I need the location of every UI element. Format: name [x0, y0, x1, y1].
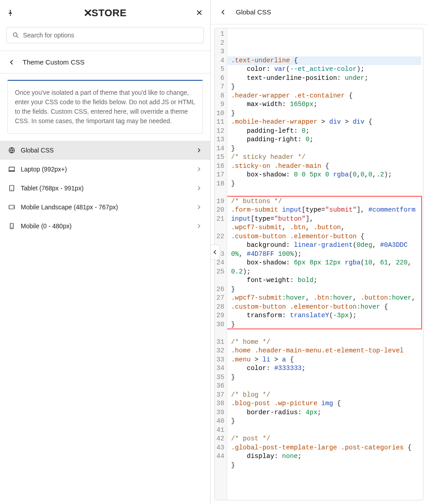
code-area[interactable]: .text-underline { color: var(--et_active…: [227, 28, 423, 500]
code-line[interactable]: }: [231, 373, 421, 382]
code-line[interactable]: color: var(--et_active-color);: [231, 65, 421, 74]
code-line[interactable]: /* blog */: [231, 391, 421, 400]
gutter-line: 16: [216, 162, 224, 171]
code-line[interactable]: color: #333333;: [231, 364, 421, 373]
device-icon: [8, 203, 15, 211]
code-line[interactable]: .text-underline {: [227, 56, 421, 65]
code-line[interactable]: [231, 426, 421, 435]
gutter-line: 29: [216, 311, 224, 320]
code-line[interactable]: /* sticky header */: [231, 153, 421, 162]
code-line[interactable]: border-radius: 4px;: [231, 408, 421, 417]
code-line[interactable]: /* home */: [231, 338, 421, 347]
code-line[interactable]: [231, 188, 421, 197]
code-line[interactable]: [231, 382, 421, 391]
gutter-line: 15: [216, 153, 224, 162]
sidebar-item-3[interactable]: Mobile Landscape (481px - 767px): [0, 198, 210, 217]
close-icon[interactable]: [196, 9, 204, 17]
logo-text: STORE: [92, 7, 127, 19]
code-line[interactable]: .sticky-on .header-main {: [231, 162, 421, 171]
chevron-right-icon: [196, 147, 202, 153]
gutter-line: 21: [216, 215, 224, 232]
sidebar-item-2[interactable]: Tablet (768px - 991px): [0, 179, 210, 198]
sidebar-item-1[interactable]: Laptop (992px+): [0, 160, 210, 179]
gutter-line: 39: [216, 408, 224, 417]
gutter-line: 36: [216, 382, 224, 391]
code-gutter: 1234567891011121314151617181920212223242…: [215, 28, 227, 500]
code-line[interactable]: .wpcf7-submit, .btn, .button,: [231, 223, 421, 232]
code-line[interactable]: .header-wrapper .et-container {: [231, 92, 421, 101]
code-line[interactable]: box-shadow: 0 0 5px 0 rgba(0,0,0,.2);: [231, 171, 421, 180]
code-line[interactable]: }: [231, 285, 421, 294]
gutter-line: 28: [216, 303, 224, 312]
gutter-line: 30: [216, 320, 224, 338]
code-line[interactable]: .blog-post .wp-picture img {: [231, 399, 421, 408]
gutter-line: 10: [216, 109, 224, 118]
code-line[interactable]: font-weight: bold;: [231, 276, 421, 285]
device-icon: [8, 185, 15, 192]
code-line[interactable]: [231, 479, 421, 488]
gutter-line: 18: [216, 180, 224, 197]
code-line[interactable]: padding-left: 0;: [231, 127, 421, 136]
code-line[interactable]: .global-post-template-large .post-catego…: [231, 444, 421, 453]
code-line[interactable]: }: [231, 417, 421, 426]
editor-header: Global CSS: [211, 0, 427, 24]
search-input[interactable]: [23, 32, 198, 39]
code-line[interactable]: max-width: 1650px;: [231, 100, 421, 109]
gutter-line: 14: [216, 144, 224, 153]
gutter-line: 24: [216, 259, 224, 268]
search-icon: [12, 32, 19, 39]
device-icon: [8, 222, 15, 230]
sidebar-item-4[interactable]: Mobile (0 - 480px): [0, 217, 210, 236]
sidebar-item-label: Global CSS: [21, 147, 54, 154]
back-chevron-icon[interactable]: [8, 59, 15, 66]
panel-collapse-handle[interactable]: [210, 245, 220, 260]
editor-back-chevron-icon[interactable]: [220, 9, 227, 16]
gutter-line: 34: [216, 364, 224, 373]
code-line[interactable]: }: [231, 461, 421, 470]
sidebar-item-0[interactable]: Global CSS: [0, 141, 210, 160]
code-line[interactable]: [231, 470, 421, 479]
code-line[interactable]: }: [231, 83, 421, 92]
editor-title: Global CSS: [236, 8, 271, 16]
chevron-right-icon: [196, 166, 202, 172]
svg-rect-2: [9, 167, 14, 171]
gutter-line: 41: [216, 426, 224, 435]
section-header[interactable]: Theme Custom CSS: [0, 51, 210, 74]
code-line[interactable]: padding-right: 0;: [231, 135, 421, 144]
gutter-line: 26: [216, 285, 224, 294]
code-line[interactable]: display: none;: [231, 452, 421, 461]
gutter-line: 32: [216, 347, 224, 356]
search-input-wrap[interactable]: [6, 27, 204, 43]
code-line[interactable]: }: [231, 180, 421, 189]
code-line[interactable]: /* buttons */: [231, 197, 421, 206]
gutter-line: 40: [216, 417, 224, 426]
device-icon: [8, 147, 15, 154]
gutter-line: 2: [216, 39, 224, 48]
gutter-line: 19: [216, 197, 224, 206]
gutter-line: 3: [216, 47, 224, 56]
code-editor[interactable]: 1234567891011121314151617181920212223242…: [214, 28, 423, 500]
code-line[interactable]: text-underline-position: under;: [231, 74, 421, 83]
code-line[interactable]: .mobile-header-wrapper > div > div {: [231, 118, 421, 127]
code-line[interactable]: .form-submit input[type="submit"], #comm…: [231, 206, 421, 223]
gutter-line: 20: [216, 206, 224, 215]
chevron-right-icon: [196, 204, 202, 210]
code-line[interactable]: box-shadow: 6px 8px 12px rgba(10, 61, 22…: [231, 259, 421, 276]
code-line[interactable]: .wpcf7-submit:hover, .btn:hover, .button…: [231, 294, 421, 311]
pin-icon[interactable]: [6, 9, 14, 17]
gutter-line: 37: [216, 391, 224, 400]
gutter-line: 42: [216, 435, 224, 444]
svg-point-8: [12, 228, 12, 228]
svg-point-6: [14, 207, 14, 208]
code-line[interactable]: }: [231, 144, 421, 153]
code-line[interactable]: .home .header-main-menu.et-element-top-l…: [231, 347, 421, 364]
code-line[interactable]: transform: translateY(-3px);: [231, 311, 421, 320]
code-line[interactable]: .custom-button .elementor-button {: [231, 232, 421, 241]
code-line[interactable]: /* post */: [231, 435, 421, 444]
code-line[interactable]: [231, 329, 421, 338]
code-line[interactable]: background: linear-gradient(0deg, #0A3DD…: [231, 241, 421, 259]
gutter-line: 17: [216, 171, 224, 180]
code-line[interactable]: }: [231, 109, 421, 118]
sidebar-menu: Global CSSLaptop (992px+)Tablet (768px -…: [0, 141, 210, 236]
code-line[interactable]: }: [231, 320, 421, 329]
